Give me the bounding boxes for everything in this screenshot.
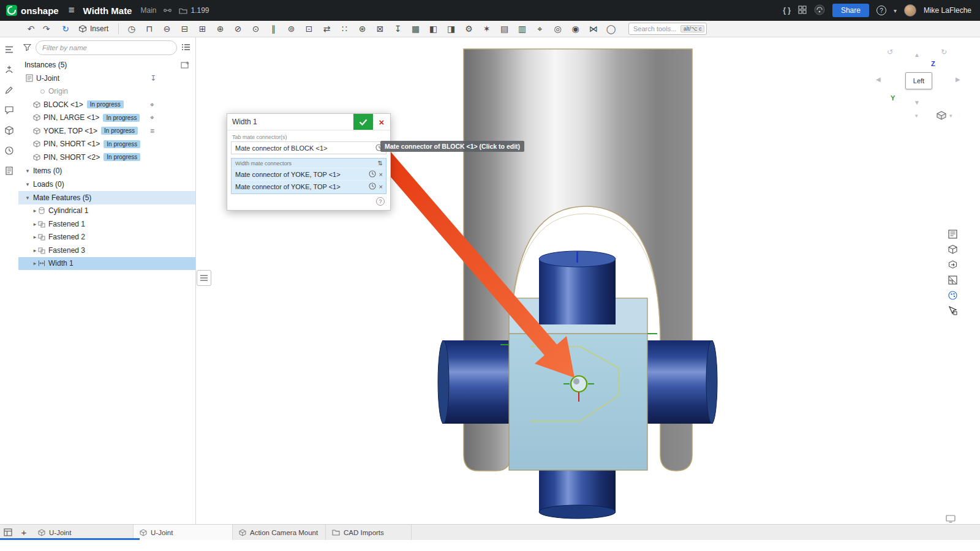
- community-badge-icon[interactable]: [814, 4, 825, 17]
- bom-table-icon[interactable]: ▦: [407, 21, 424, 37]
- replicate-icon[interactable]: ⊠: [371, 21, 389, 37]
- folder-icon[interactable]: [179, 7, 187, 14]
- mate-connector-icon[interactable]: ◷: [123, 21, 140, 37]
- isometric-view-icon[interactable]: [948, 244, 958, 255]
- apps-icon[interactable]: [798, 6, 807, 16]
- chevron-down-icon[interactable]: ▾: [24, 168, 31, 174]
- width-connector-row[interactable]: Mate connector of YOKE, TOP <1> ×: [232, 180, 386, 192]
- doc-tab-cad-imports[interactable]: CAD Imports: [326, 525, 412, 540]
- rotate-left-icon[interactable]: ↺: [887, 48, 893, 56]
- named-views-icon[interactable]: ▥: [513, 21, 531, 37]
- monitor-icon[interactable]: [946, 515, 956, 525]
- parts-icon[interactable]: [4, 126, 14, 137]
- in-context-icon[interactable]: ≡: [150, 127, 154, 135]
- share-button[interactable]: Share: [832, 4, 869, 17]
- bearing-icon[interactable]: ◉: [567, 21, 584, 37]
- configurations-icon[interactable]: ⚙: [460, 21, 478, 37]
- clock-icon[interactable]: [369, 182, 376, 191]
- section-panel-icon[interactable]: [948, 275, 958, 285]
- insert-arrow-icon[interactable]: ↧: [150, 74, 156, 83]
- view-menu-caret-icon[interactable]: ▾: [915, 113, 918, 119]
- items-section-header[interactable]: ▾ Items (0): [18, 164, 195, 178]
- clock-icon[interactable]: [369, 170, 376, 179]
- chevron-right-icon[interactable]: ▸: [32, 260, 38, 266]
- tab-mate-connector-row[interactable]: Mate connector of BLOCK <1>: [231, 141, 386, 154]
- mate-feature-row[interactable]: ▸ Fastened 1: [18, 217, 195, 231]
- user-avatar[interactable]: [904, 4, 916, 17]
- main-menu-icon[interactable]: ≡: [69, 4, 75, 17]
- pin-bottom-part[interactable]: [539, 470, 616, 519]
- chevron-down-icon[interactable]: ▾: [24, 181, 31, 187]
- panel-collapse-handle[interactable]: [197, 270, 211, 286]
- chevron-right-icon[interactable]: ▸: [32, 221, 38, 227]
- tree-row-origin[interactable]: Origin: [18, 85, 195, 99]
- appearance-icon[interactable]: [4, 85, 14, 97]
- undo-icon[interactable]: ↶: [23, 24, 39, 34]
- pin-slot-mate-icon[interactable]: ⊘: [229, 21, 247, 37]
- user-name[interactable]: Mike LaFleche: [924, 6, 971, 15]
- planar-mate-icon[interactable]: ⊞: [194, 21, 211, 37]
- explode-icon[interactable]: ✶: [478, 21, 496, 37]
- version-number[interactable]: 1.199: [190, 6, 209, 15]
- tree-row-instance[interactable]: PIN, SHORT <2> In progress: [18, 151, 195, 164]
- contact-icon[interactable]: ⋈: [584, 21, 602, 37]
- help-icon[interactable]: ?: [876, 6, 886, 15]
- snapshot-icon[interactable]: ▤: [496, 21, 513, 37]
- search-tools-input[interactable]: [633, 25, 679, 32]
- comment-icon[interactable]: [4, 105, 14, 117]
- display-mode-icon[interactable]: [936, 110, 948, 123]
- tree-row-instance[interactable]: PIN, SHORT <1> In progress: [18, 138, 195, 151]
- history-icon[interactable]: [4, 146, 14, 157]
- revolute-mate-icon[interactable]: ⊖: [158, 21, 176, 37]
- mate-connector-indicator-icon[interactable]: ⌖: [150, 100, 154, 109]
- dialog-help-icon[interactable]: ?: [376, 197, 385, 206]
- display-states-icon[interactable]: ◨: [442, 21, 460, 37]
- workspace-label[interactable]: Main: [140, 6, 156, 15]
- list-options-icon[interactable]: [181, 43, 190, 53]
- sheet-panel-icon[interactable]: [948, 229, 958, 239]
- fastened-mate-icon[interactable]: ⊓: [140, 21, 158, 37]
- export-view-icon[interactable]: [948, 260, 958, 270]
- mate-features-section-header[interactable]: ▾ Mate Features (5): [18, 191, 195, 204]
- mate-feature-row[interactable]: ▸ Cylindrical 1: [18, 204, 195, 218]
- mate-feature-row-selected[interactable]: ▸ Width 1: [18, 257, 195, 271]
- ball-mate-icon[interactable]: ⊙: [247, 21, 265, 37]
- chevron-down-icon[interactable]: ▾: [24, 195, 31, 201]
- branch-icon[interactable]: [164, 7, 172, 14]
- tree-row-instance[interactable]: PIN, LARGE <1> In progress ⌖: [18, 111, 195, 125]
- filter-input[interactable]: [36, 40, 177, 55]
- rotate-down-icon[interactable]: ▼: [914, 99, 920, 106]
- rotate-left-arrow-icon[interactable]: ◀: [876, 76, 881, 83]
- slider-mate-icon[interactable]: ⊟: [176, 21, 194, 37]
- view-orientation-label[interactable]: Left: [905, 72, 932, 89]
- notes-icon[interactable]: [4, 166, 14, 178]
- appearance-tool-icon[interactable]: ◧: [424, 21, 442, 37]
- model-canvas[interactable]: [196, 37, 980, 524]
- group-icon[interactable]: ⊡: [300, 21, 318, 37]
- update-icon[interactable]: ↻: [59, 24, 72, 34]
- appearance-panel-icon[interactable]: [948, 290, 958, 301]
- help-caret-icon[interactable]: ▾: [894, 7, 897, 14]
- measure-icon[interactable]: ⌖: [531, 21, 549, 37]
- loads-section-header[interactable]: ▾ Loads (0): [18, 178, 195, 191]
- feature-list-icon[interactable]: [4, 45, 14, 56]
- cylindrical-mate-icon[interactable]: ⊕: [211, 21, 229, 37]
- tree-row-instance[interactable]: YOKE, TOP <1> In progress ≡: [18, 124, 195, 138]
- circular-pattern-icon[interactable]: ⊛: [353, 21, 371, 37]
- tree-row-root[interactable]: U-Joint ↧: [18, 72, 195, 85]
- mate-feature-row[interactable]: ▸ Fastened 2: [18, 231, 195, 244]
- logo-text[interactable]: onshape: [21, 6, 59, 16]
- chevron-right-icon[interactable]: ▸: [32, 247, 38, 253]
- rotate-right-arrow-icon[interactable]: ▶: [956, 76, 960, 83]
- add-tab-button[interactable]: +: [16, 527, 32, 538]
- insert-button[interactable]: Insert: [78, 24, 108, 33]
- remove-icon[interactable]: ×: [379, 171, 383, 178]
- simulation-icon[interactable]: ◯: [602, 21, 620, 37]
- cancel-button[interactable]: ×: [373, 114, 390, 130]
- chevron-right-icon[interactable]: ▸: [32, 234, 38, 240]
- mate-tool-icon[interactable]: [4, 65, 14, 77]
- insert-feature-icon[interactable]: ↧: [389, 21, 407, 37]
- pin-short-right-part[interactable]: [647, 340, 717, 424]
- mate-relation-icon[interactable]: ⇄: [318, 21, 336, 37]
- block-part-highlighted[interactable]: [500, 334, 657, 470]
